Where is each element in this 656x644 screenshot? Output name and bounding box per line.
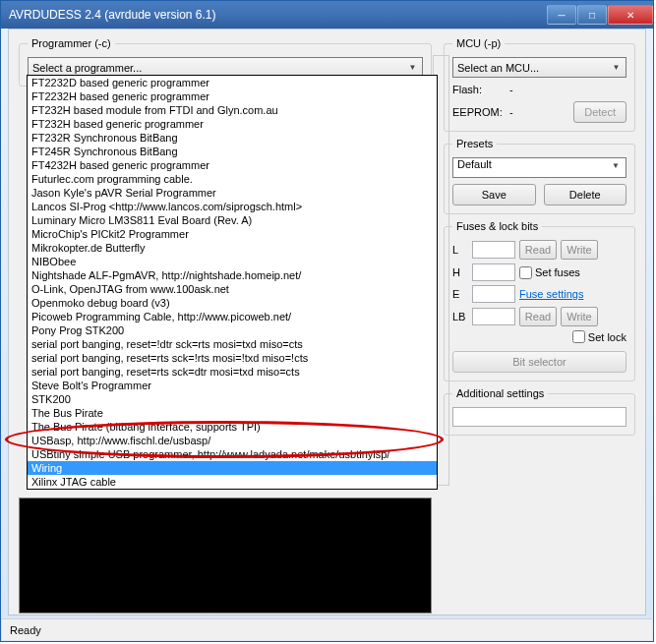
programmer-option[interactable]: FT2232H based generic programmer (28, 89, 437, 103)
set-fuses-checkbox-label[interactable]: Set fuses (519, 266, 580, 279)
programmer-option[interactable]: The Bus Pirate (28, 406, 437, 420)
chevron-down-icon: ▼ (405, 60, 420, 75)
additional-legend: Additional settings (452, 387, 548, 399)
programmer-option[interactable]: FT2232D based generic programmer (28, 76, 437, 89)
detect-button[interactable]: Detect (573, 101, 626, 123)
set-fuses-checkbox[interactable] (519, 266, 532, 279)
window-title: AVRDUDESS 2.4 (avrdude version 6.1) (9, 8, 546, 22)
programmer-option[interactable]: Steve Bolt's Programmer (28, 379, 437, 392)
programmer-option[interactable]: Mikrokopter.de Butterfly (28, 241, 437, 255)
flash-value: - (509, 84, 626, 95)
maximize-button[interactable]: □ (577, 5, 607, 25)
programmer-option[interactable]: Futurlec.com programming cable. (28, 172, 437, 186)
chevron-down-icon: ▼ (609, 60, 624, 75)
close-button[interactable]: ✕ (608, 5, 653, 25)
fuse-read-button[interactable]: Read (519, 240, 557, 260)
programmer-option[interactable]: STK200 (28, 392, 437, 406)
programmer-option[interactable]: Xilinx JTAG cable (28, 475, 437, 489)
programmer-option[interactable]: Picoweb Programming Cable, http://www.pi… (28, 310, 437, 323)
lock-write-button[interactable]: Write (561, 307, 598, 326)
bit-selector-button[interactable]: Bit selector (452, 351, 626, 373)
fuses-group: Fuses & lock bits L Read Write H Set fus… (444, 220, 635, 381)
fuse-h-input[interactable] (472, 263, 515, 281)
programmer-option[interactable]: O-Link, OpenJTAG from www.100ask.net (28, 282, 437, 296)
programmer-option[interactable]: Luminary Micro LM3S811 Eval Board (Rev. … (28, 213, 437, 227)
programmer-option[interactable]: MicroChip's PICkit2 Programmer (28, 227, 437, 241)
fuse-l-label: L (452, 244, 468, 256)
eeprom-value: - (509, 106, 567, 118)
programmer-option[interactable]: serial port banging, reset=!dtr sck=rts … (28, 337, 437, 351)
programmer-option[interactable]: FT4232H based generic programmer (28, 158, 437, 172)
programmer-option[interactable]: Nightshade ALF-PgmAVR, http://nightshade… (28, 268, 437, 282)
programmer-option[interactable]: FT232H based module from FTDI and Glyn.c… (28, 103, 437, 117)
programmer-option[interactable]: USBasp, http://www.fischl.de/usbasp/ (28, 434, 437, 447)
flash-label: Flash: (452, 84, 504, 95)
mcu-dropdown[interactable]: Select an MCU... ▼ (452, 57, 626, 78)
fuse-l-input[interactable] (472, 241, 515, 259)
mcu-group: MCU (-p) Select an MCU... ▼ Flash: - EEP… (444, 37, 635, 132)
titlebar: AVRDUDESS 2.4 (avrdude version 6.1) ─ □ … (1, 1, 653, 29)
set-lock-checkbox[interactable] (572, 330, 585, 343)
status-text: Ready (10, 624, 41, 636)
preset-selected: Default (457, 158, 492, 170)
minimize-button[interactable]: ─ (547, 5, 576, 25)
programmer-option[interactable]: Openmoko debug board (v3) (28, 296, 437, 310)
fuse-write-button[interactable]: Write (561, 240, 598, 260)
lock-read-button[interactable]: Read (519, 307, 557, 326)
chevron-down-icon: ▼ (610, 158, 622, 173)
fuse-e-label: E (452, 288, 468, 300)
presets-legend: Presets (452, 138, 497, 149)
programmer-option[interactable]: serial port banging, reset=rts sck=!rts … (28, 351, 437, 365)
programmer-option[interactable]: Jason Kyle's pAVR Serial Programmer (28, 186, 437, 200)
mcu-selected: Select an MCU... (457, 62, 539, 74)
console-output (19, 498, 432, 614)
programmer-option[interactable]: USBtiny simple USB programmer, http://ww… (28, 447, 437, 461)
client-area: Programmer (-c) Select a programmer... ▼… (8, 29, 646, 615)
programmer-option[interactable]: Lancos SI-Prog <http://www.lancos.com/si… (28, 200, 437, 213)
programmer-option[interactable]: serial port banging, reset=rts sck=dtr m… (28, 365, 437, 379)
additional-input[interactable] (452, 407, 626, 427)
app-window: AVRDUDESS 2.4 (avrdude version 6.1) ─ □ … (0, 0, 654, 642)
programmer-option[interactable]: FT232H based generic programmer (28, 117, 437, 131)
programmer-option[interactable]: NIBObee (28, 255, 437, 268)
programmer-option[interactable]: Wiring (28, 461, 437, 475)
fuses-legend: Fuses & lock bits (452, 220, 542, 232)
fuse-e-input[interactable] (472, 285, 515, 303)
eeprom-label: EEPROM: (452, 106, 504, 118)
preset-select[interactable]: Default ▼ (452, 157, 626, 178)
programmer-option[interactable]: Pony Prog STK200 (28, 323, 437, 337)
programmer-legend: Programmer (-c) (28, 37, 115, 49)
mcu-legend: MCU (-p) (452, 37, 505, 49)
programmer-dropdown-list[interactable]: FT2232D based generic programmerFT2232H … (27, 75, 438, 490)
statusbar: Ready (2, 618, 652, 640)
programmer-option[interactable]: FT232R Synchronous BitBang (28, 131, 437, 145)
fuse-settings-link[interactable]: Fuse settings (519, 288, 583, 300)
save-button[interactable]: Save (452, 184, 536, 205)
fuse-h-label: H (452, 266, 468, 278)
programmer-selected: Select a programmer... (32, 62, 142, 74)
programmer-option[interactable]: FT245R Synchronous BitBang (28, 145, 437, 158)
set-lock-checkbox-label[interactable]: Set lock (572, 330, 626, 343)
delete-button[interactable]: Delete (544, 184, 627, 205)
programmer-option[interactable]: The Bus Pirate (bitbang interface, suppo… (28, 420, 437, 434)
fuse-lb-input[interactable] (472, 308, 515, 325)
presets-group: Presets Default ▼ Save Delete (444, 138, 635, 214)
additional-group: Additional settings (444, 387, 635, 436)
fuse-lb-label: LB (452, 311, 468, 322)
